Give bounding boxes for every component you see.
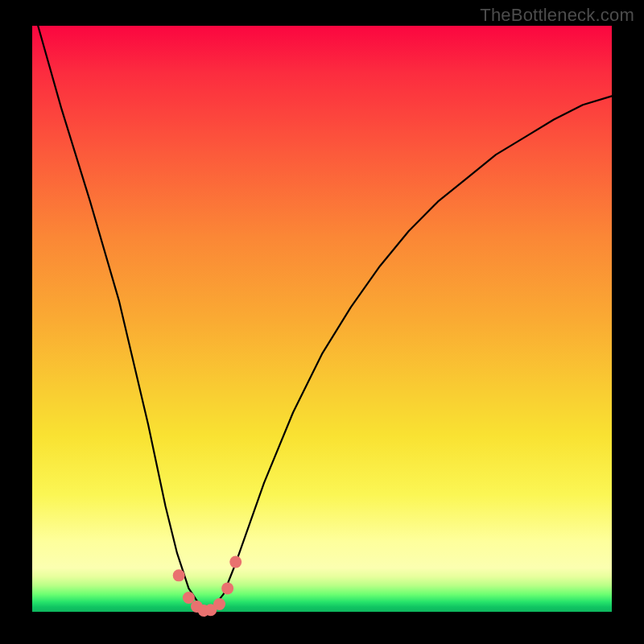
marker-group bbox=[173, 556, 242, 617]
watermark-text: TheBottleneck.com bbox=[480, 5, 634, 26]
marker-dot bbox=[229, 556, 242, 568]
marker-dot bbox=[221, 582, 233, 594]
plot-area bbox=[32, 26, 612, 612]
marker-dot bbox=[213, 598, 225, 610]
marker-dot bbox=[173, 569, 185, 581]
chart-frame: TheBottleneck.com bbox=[0, 0, 644, 644]
bottleneck-curve bbox=[38, 26, 612, 612]
curve-svg bbox=[32, 26, 612, 612]
